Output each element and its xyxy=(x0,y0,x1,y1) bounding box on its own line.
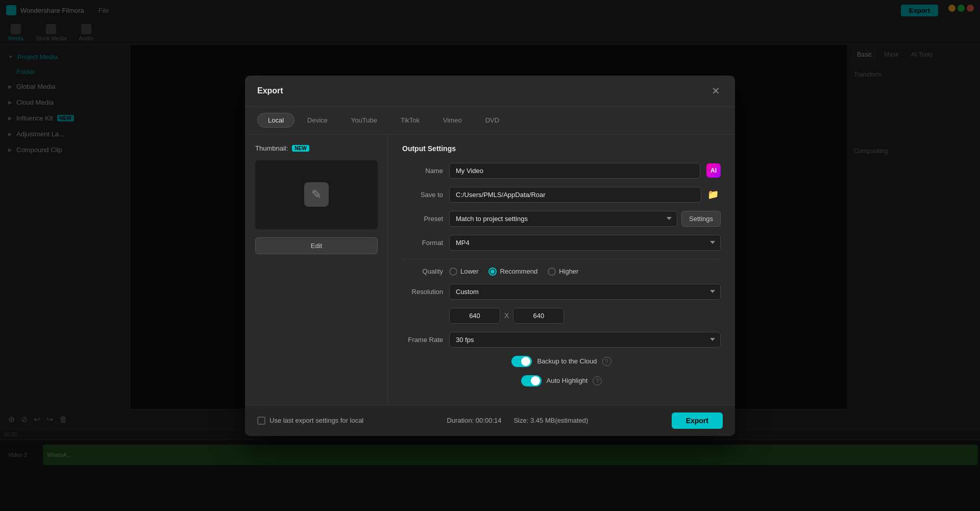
resolution-width-input[interactable] xyxy=(449,308,500,324)
browse-folder-button[interactable]: 📁 xyxy=(705,187,721,202)
resolution-inputs: X xyxy=(449,308,721,324)
close-modal-button[interactable]: ✕ xyxy=(708,84,723,98)
radio-higher[interactable] xyxy=(548,267,556,276)
tab-local[interactable]: Local xyxy=(257,113,295,128)
quality-lower-option[interactable]: Lower xyxy=(449,267,478,276)
quality-row: Quality Lower Recommend Higher xyxy=(402,267,721,276)
toggle-knob-highlight xyxy=(531,376,540,385)
res-x-separator: X xyxy=(504,311,509,320)
format-row: Format MP4MOVAVIGIFMP3 xyxy=(402,235,721,251)
save-to-row: Save to C:/Users/PMLS/AppData/Roar 📁 xyxy=(402,187,721,203)
auto-highlight-info-icon[interactable]: ? xyxy=(593,376,602,385)
modal-body: Thumbnail: NEW ✎ Edit Output Settings Na… xyxy=(245,134,735,405)
thumbnail-text: Thumbnail: xyxy=(255,144,288,152)
format-label: Format xyxy=(402,239,443,247)
quality-recommend-option[interactable]: Recommend xyxy=(488,267,537,276)
export-modal: Export ✕ Local Device YouTube TikTok Vim… xyxy=(245,76,735,436)
quality-recommend-label: Recommend xyxy=(500,267,537,275)
auto-highlight-toggle[interactable] xyxy=(521,375,542,386)
backup-cloud-container: Backup to the Cloud ? xyxy=(511,356,611,367)
tab-device[interactable]: Device xyxy=(297,113,338,128)
footer-left: Use last export settings for local xyxy=(257,417,363,425)
save-to-label: Save to xyxy=(402,191,443,199)
quality-higher-label: Higher xyxy=(559,267,578,275)
quality-options: Lower Recommend Higher xyxy=(449,267,578,276)
quality-higher-option[interactable]: Higher xyxy=(548,267,578,276)
footer-meta: Duration: 00:00:14 Size: 3.45 MB(estimat… xyxy=(447,417,588,424)
frame-rate-row: Frame Rate 24 fps25 fps30 fps60 fps xyxy=(402,332,721,348)
output-panel: Output Settings Name AI Save to C:/Users… xyxy=(388,134,735,405)
name-input[interactable] xyxy=(449,163,700,179)
resolution-row: Resolution Custom1920×10801280×720640×48… xyxy=(402,284,721,300)
duration-label: Duration: xyxy=(447,417,474,424)
thumbnail-icon: ✎ xyxy=(304,182,329,207)
export-action-button[interactable]: Export xyxy=(672,412,723,429)
frame-rate-label: Frame Rate xyxy=(402,336,443,344)
preset-select[interactable]: Match to project settings xyxy=(449,211,677,227)
auto-highlight-container: Auto Highlight ? xyxy=(521,375,602,386)
modal-title: Export xyxy=(257,86,283,95)
tab-dvd[interactable]: DVD xyxy=(475,113,510,128)
edit-thumbnail-button[interactable]: Edit xyxy=(255,237,378,254)
frame-rate-select[interactable]: 24 fps25 fps30 fps60 fps xyxy=(449,332,721,348)
radio-recommend[interactable] xyxy=(488,267,497,276)
use-last-settings-checkbox[interactable]: Use last export settings for local xyxy=(257,417,363,425)
resolution-select[interactable]: Custom1920×10801280×720640×480 xyxy=(449,284,721,300)
ai-icon[interactable]: AI xyxy=(706,163,721,178)
size-value: 3.45 MB(estimated) xyxy=(530,417,588,424)
duration-meta: Duration: 00:00:14 xyxy=(447,417,501,424)
resolution-label: Resolution xyxy=(402,288,443,296)
quality-label: Quality xyxy=(402,267,443,275)
output-settings-title: Output Settings xyxy=(402,144,721,153)
resolution-height-input[interactable] xyxy=(513,308,564,324)
tab-tiktok[interactable]: TikTok xyxy=(390,113,430,128)
use-last-settings-label: Use last export settings for local xyxy=(270,417,363,424)
modal-tabs: Local Device YouTube TikTok Vimeo DVD xyxy=(245,107,735,134)
checkbox-icon[interactable] xyxy=(257,417,265,425)
backup-cloud-row: Backup to the Cloud ? xyxy=(402,356,721,367)
modal-overlay: Export ✕ Local Device YouTube TikTok Vim… xyxy=(0,0,980,511)
thumbnail-panel: Thumbnail: NEW ✎ Edit xyxy=(245,134,388,405)
save-to-input-group: C:/Users/PMLS/AppData/Roar 📁 xyxy=(449,187,721,203)
preset-row: Preset Match to project settings Setting… xyxy=(402,211,721,227)
save-path-display: C:/Users/PMLS/AppData/Roar xyxy=(449,187,701,203)
tab-youtube[interactable]: YouTube xyxy=(340,113,388,128)
backup-cloud-label: Backup to the Cloud xyxy=(537,357,597,365)
format-select[interactable]: MP4MOVAVIGIFMP3 xyxy=(449,235,721,251)
settings-button[interactable]: Settings xyxy=(681,211,721,227)
backup-cloud-toggle[interactable] xyxy=(511,356,532,367)
auto-highlight-label: Auto Highlight xyxy=(547,377,588,384)
modal-footer: Use last export settings for local Durat… xyxy=(245,405,735,436)
divider-1 xyxy=(402,259,721,259)
radio-lower[interactable] xyxy=(449,267,457,276)
thumbnail-label: Thumbnail: NEW xyxy=(255,144,377,152)
preset-input-group: Match to project settings Settings xyxy=(449,211,721,227)
tab-vimeo[interactable]: Vimeo xyxy=(432,113,473,128)
backup-cloud-info-icon[interactable]: ? xyxy=(602,357,611,366)
thumbnail-new-badge: NEW xyxy=(292,145,309,152)
duration-value: 00:00:14 xyxy=(476,417,502,424)
toggle-knob-backup xyxy=(521,357,530,366)
size-meta: Size: 3.45 MB(estimated) xyxy=(513,417,588,424)
quality-lower-label: Lower xyxy=(460,267,478,275)
auto-highlight-row: Auto Highlight ? xyxy=(402,375,721,386)
thumbnail-preview: ✎ xyxy=(255,160,378,229)
name-label: Name xyxy=(402,167,443,175)
name-row: Name AI xyxy=(402,163,721,179)
preset-label: Preset xyxy=(402,215,443,223)
modal-header: Export ✕ xyxy=(245,76,735,107)
size-label: Size: xyxy=(513,417,528,424)
